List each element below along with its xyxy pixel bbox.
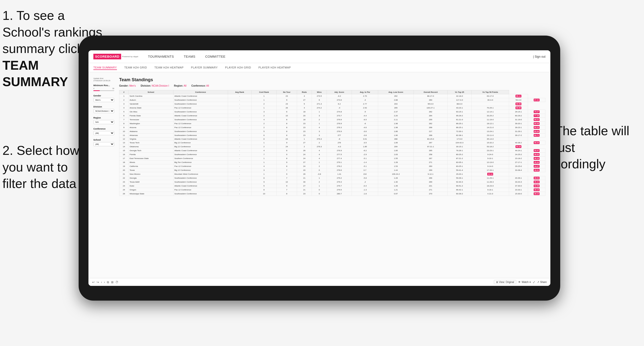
cell-school[interactable]: Arizona <box>128 126 173 130</box>
table-row[interactable]: 11ArkansasSoutheastern Conference-682332… <box>120 134 546 137</box>
tablet-screen: SCOREBOARD Powered by clippd TOURNAMENTS… <box>88 50 550 286</box>
table-row[interactable]: 3VanderbiltSoutheastern Conference-22352… <box>120 102 546 106</box>
subnav-player-h2h-grid[interactable]: PLAYER H2H GRID <box>225 65 251 69</box>
cell-value: 279.5 <box>327 188 352 192</box>
table-row[interactable]: 9ArizonaPac-12 Conference-28234276.3-4.6… <box>120 126 546 130</box>
table-row[interactable]: 4Arizona StatePac-12 Conference-1264274.… <box>120 106 546 110</box>
table-row[interactable]: 20TexasBig 12 Conference-37200278.60.71.… <box>120 168 546 172</box>
table-row[interactable]: 5Ole MissSoutheastern Conference-3618127… <box>120 110 546 114</box>
filter-conference-select[interactable]: (All) <box>93 131 114 135</box>
cell-value: - <box>228 114 251 118</box>
nav-teams[interactable]: TEAMS <box>184 54 195 59</box>
filter-gender-select[interactable]: Men's <box>93 98 114 102</box>
subnav-player-summary[interactable]: PLAYER SUMMARY <box>191 65 218 69</box>
cell-school[interactable]: California <box>128 165 173 168</box>
table-row[interactable]: 10AlabamaSoutheastern Conference-5823327… <box>120 130 546 134</box>
table-row[interactable]: 6Florida StateAtlantic Coast Conference-… <box>120 114 546 118</box>
filter-slider[interactable] <box>93 90 114 91</box>
cell-value: 23 <box>297 134 312 137</box>
table-row[interactable]: 24DukeAtlantic Coast Conference-59271279… <box>120 184 546 188</box>
filter-school-select[interactable]: (All) <box>93 142 114 146</box>
back-icon[interactable]: ‹ <box>101 281 102 284</box>
cell-school[interactable]: Mississippi State <box>128 192 173 196</box>
clock-icon[interactable]: ⏱ <box>116 281 118 284</box>
watch-button[interactable]: 👁 Watch ▾ <box>518 281 531 283</box>
undo-icon[interactable]: ↩ <box>92 281 94 284</box>
cell-value: 276.3 <box>312 137 327 141</box>
logo-box: SCOREBOARD <box>93 54 121 59</box>
cell-school[interactable]: Tennessee <box>128 118 173 122</box>
subnav-team-summary[interactable]: TEAM SUMMARY <box>93 65 117 70</box>
redo-icon[interactable]: ↪ <box>96 281 99 284</box>
cell-school[interactable]: East Tennessee State <box>128 157 173 161</box>
forward-icon[interactable]: › <box>104 281 105 284</box>
cell-value: 24 <box>297 157 312 161</box>
table-row[interactable]: 14OklahomaBig 12 Conference-2242276.3-4.… <box>120 145 546 149</box>
main-content: Update time: 27/03/2024 16:56:26 Minimum… <box>88 72 550 278</box>
cell-value: -4.6 <box>352 126 378 130</box>
table-row[interactable]: 8WashingtonPac-12 Conference-28231276.9-… <box>120 122 546 126</box>
cell-school[interactable]: Florida State <box>128 114 173 118</box>
table-row[interactable]: 13Texas TechBig 12 Conference-19272276-3… <box>120 141 546 145</box>
expand-icon[interactable]: ⤢ <box>533 281 535 284</box>
cell-value: 18-12-1 <box>472 122 509 126</box>
table-row[interactable]: 19CaliforniaPac-12 Conference-48242278.2… <box>120 165 546 168</box>
cell-school[interactable]: Oklahoma <box>128 145 173 149</box>
cell-school[interactable]: Texas A&M <box>128 180 173 184</box>
table-row[interactable]: 1North CarolinaAtlantic Coast Conference… <box>120 94 546 98</box>
cell-school[interactable]: Virginia <box>128 137 173 141</box>
col-avg-low: Avg. Low Score <box>378 90 414 94</box>
subnav-player-h2h-heatmap[interactable]: PLAYER H2H HEATMAP <box>258 65 291 69</box>
view-original-button[interactable]: ⊞ View: Original <box>494 280 516 284</box>
cell-school[interactable]: Vanderbilt <box>128 102 173 106</box>
cell-school[interactable]: Alabama <box>128 130 173 134</box>
table-row[interactable]: 23Texas A&MSoutheastern Conference-91030… <box>120 180 546 184</box>
table-row[interactable]: 17East Tennessee StateSouthern Conferenc… <box>120 157 546 161</box>
sign-out-link[interactable]: | Sign out <box>533 55 546 58</box>
share-button[interactable]: ↗ Share <box>537 281 547 283</box>
filter-region-select[interactable]: N/A <box>93 120 114 124</box>
table-row[interactable]: 18IllinoisBig Ten Conference-19271279.1-… <box>120 161 546 165</box>
nav-tournaments[interactable]: TOURNAMENTS <box>148 54 174 59</box>
table-row[interactable]: 22GeorgiaSoutheastern Conference-8721127… <box>120 176 546 180</box>
table-row[interactable]: 12VirginiaAtlantic Coast Conference-8241… <box>120 137 546 141</box>
table-row[interactable]: 2AuburnSoutheastern Conference-19276273.… <box>120 98 546 102</box>
cell-school[interactable]: New Mexico <box>128 172 173 176</box>
cell-value: 11-29-1 <box>472 176 509 180</box>
cell-value: 1.85 <box>378 149 414 153</box>
subnav-team-h2h-grid[interactable]: TEAM H2H GRID <box>124 65 147 69</box>
cell-school[interactable]: Oregon <box>128 188 173 192</box>
table-row[interactable]: 15Georgia TechAtlantic Coast Conference-… <box>120 149 546 153</box>
cell-school[interactable]: North Carolina <box>128 94 173 98</box>
cell-school[interactable]: Texas <box>128 168 173 172</box>
filter-division-select[interactable]: NCAA Division I <box>93 109 114 113</box>
cell-school[interactable]: Arizona State <box>128 106 173 110</box>
table-row[interactable]: 16FloridaSoutheastern Conference-7924427… <box>120 153 546 157</box>
cell-value: 270 <box>414 192 448 196</box>
cell-school[interactable]: Duke <box>128 184 173 188</box>
cell-score: 65.49 <box>528 122 545 126</box>
table-row[interactable]: 25OregonPac-12 Conference-87210279.5-1.3… <box>120 188 546 192</box>
cell-value: 277 <box>327 134 352 137</box>
cell-school[interactable]: Georgia Tech <box>128 149 173 153</box>
table-row[interactable]: 21New MexicoMountain West Conference-192… <box>120 172 546 176</box>
nav-committee[interactable]: COMMITTEE <box>205 54 226 59</box>
table-row[interactable]: 7TennesseeSoutheastern Conference-481822… <box>120 118 546 122</box>
cell-value: 1 <box>297 137 312 141</box>
cell-school[interactable]: Washington <box>128 122 173 126</box>
cell-school[interactable]: Arkansas <box>128 134 173 137</box>
copy-icon[interactable]: ⧉ <box>107 281 109 284</box>
cell-school[interactable]: Georgia <box>128 176 173 180</box>
subnav-team-h2h-heatmap[interactable]: TEAM H2H HEATMAP <box>154 65 184 69</box>
cell-value: 9-12-1 <box>414 172 448 176</box>
cell-value: -5.1 <box>352 157 378 161</box>
cell-school[interactable]: Ole Miss <box>128 110 173 114</box>
cell-value: 9 <box>277 98 297 102</box>
tf-gender-value: Men's <box>129 84 136 87</box>
cell-school[interactable]: Auburn <box>128 98 173 102</box>
cell-school[interactable]: Florida <box>128 153 173 157</box>
paste-icon[interactable]: ⊞ <box>111 281 114 284</box>
table-row[interactable]: 26Mississippi StateSoutheastern Conferen… <box>120 192 546 196</box>
cell-school[interactable]: Illinois <box>128 161 173 165</box>
cell-school[interactable]: Texas Tech <box>128 141 173 145</box>
